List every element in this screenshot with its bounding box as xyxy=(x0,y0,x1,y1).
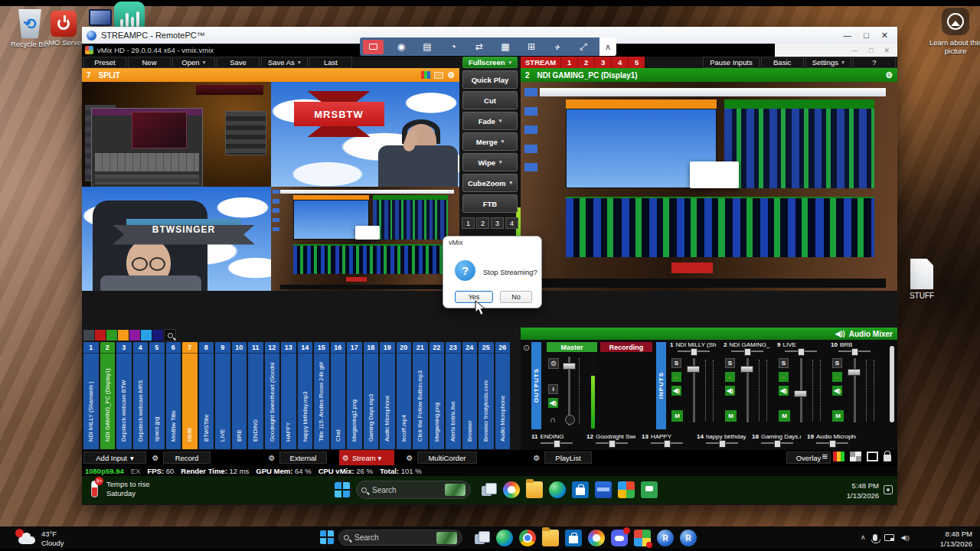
menu-save[interactable]: Save xyxy=(217,57,260,68)
teams-icon[interactable] xyxy=(641,481,658,498)
transition-quick-play[interactable]: Quick Play xyxy=(462,70,518,89)
color-swatch-5[interactable] xyxy=(129,330,140,341)
colorbars-icon[interactable] xyxy=(421,71,430,79)
mixer-channel-14[interactable]: 14happy birthday. xyxy=(697,433,747,448)
input-20[interactable]: 20tecdff.mp4 xyxy=(397,342,412,449)
mixer-scrollbar[interactable] xyxy=(890,346,894,422)
headphones-icon[interactable]: ∩ xyxy=(550,415,556,424)
stream-tab-3[interactable]: 3 xyxy=(594,57,611,68)
photos-icon[interactable] xyxy=(503,481,520,498)
pan-slider[interactable] xyxy=(785,350,817,352)
file-explorer-icon[interactable] xyxy=(526,481,543,498)
input-26[interactable]: 26Audio Microphone xyxy=(495,342,511,449)
input-9[interactable]: 9LIVE xyxy=(215,342,230,449)
input-10[interactable]: 10BRB xyxy=(232,342,247,449)
remote-weather-widget[interactable]: 9+ Temps to riseSaturday xyxy=(87,479,150,499)
input-12[interactable]: 12Goodnight Sweetheart (Goodni xyxy=(265,342,280,449)
channel-fader-thumb[interactable] xyxy=(794,390,807,397)
transition-wipe[interactable]: Wipe▾ xyxy=(462,153,518,171)
master-mute-button[interactable]: ◀) xyxy=(548,398,558,408)
channel-mute-button[interactable]: ◀) xyxy=(725,386,735,396)
pan-slider[interactable] xyxy=(761,442,793,444)
host-start-button[interactable] xyxy=(320,530,334,544)
transition-ftb[interactable]: FTB xyxy=(462,194,518,213)
transition-preset-4[interactable]: 4 xyxy=(505,217,518,229)
chevron-down-icon[interactable]: ▾ xyxy=(378,454,382,462)
input-22[interactable]: 22btwgaming.png xyxy=(430,342,445,449)
bus-send-button[interactable]: ← xyxy=(725,372,735,382)
pan-slider[interactable] xyxy=(706,442,738,444)
input-6[interactable]: 6MrsBtw Title xyxy=(166,342,181,449)
minimize-button[interactable]: — xyxy=(843,31,851,40)
notification-icon[interactable] xyxy=(884,485,893,494)
store-icon[interactable] xyxy=(565,530,582,546)
input-19[interactable]: 19Audio Microphone xyxy=(380,342,395,449)
master-send-button[interactable]: M xyxy=(832,410,844,422)
chevron-down-icon[interactable]: ▾ xyxy=(499,159,502,165)
audio-mixer-header[interactable]: ◀)) Audio Mixer xyxy=(521,328,897,340)
audio-bars-icon[interactable] xyxy=(833,452,844,461)
chevron-down-icon[interactable]: ▾ xyxy=(510,180,513,186)
input-8[interactable]: 8BTWSTitle xyxy=(199,342,214,449)
preview-monitor[interactable]: MRSBTW BTWSINGER xyxy=(82,82,459,291)
transition-merge[interactable]: Merge▾ xyxy=(462,132,518,151)
add-input-button[interactable]: Add Input▾ xyxy=(83,452,146,464)
color-swatch-1[interactable] xyxy=(83,330,94,341)
channel-fader-thumb[interactable] xyxy=(740,366,753,373)
task-view-icon[interactable] xyxy=(480,481,497,498)
mixer-channel-12[interactable]: 12Goodnight Swe xyxy=(586,433,637,448)
pan-slider[interactable] xyxy=(731,350,763,352)
master-send-button[interactable]: M xyxy=(725,410,737,422)
color-swatch-2[interactable] xyxy=(95,330,106,341)
input-24[interactable]: 24Browser xyxy=(462,342,478,449)
monitor-volume-knob[interactable] xyxy=(565,415,575,425)
multi-display-icon[interactable]: ⊞ xyxy=(518,37,544,56)
channel-mute-button[interactable]: ◀) xyxy=(832,386,842,396)
input-3[interactable]: 3Depstech webcam BTW xyxy=(116,342,132,449)
chevron-down-icon[interactable]: ▾ xyxy=(130,454,134,462)
mixer-channel-11[interactable]: 11ENDING xyxy=(531,433,582,448)
discord-icon[interactable] xyxy=(611,530,628,546)
channel-fader-thumb[interactable] xyxy=(848,369,861,376)
fullscreen-monitor-icon[interactable] xyxy=(867,452,878,461)
color-swatch-6[interactable] xyxy=(141,330,152,341)
input-25[interactable]: 25Browser frostytools.com xyxy=(479,342,494,449)
layout-grid-icon[interactable] xyxy=(850,452,861,461)
external-button[interactable]: External xyxy=(279,452,327,464)
color-swatch-7[interactable] xyxy=(152,330,163,341)
bus-send-button[interactable]: ← xyxy=(671,372,681,382)
transition-preset-1[interactable]: 1 xyxy=(462,217,475,229)
pan-slider[interactable] xyxy=(838,350,871,352)
close-button[interactable]: ✕ xyxy=(881,31,888,41)
edge-icon[interactable] xyxy=(496,530,513,546)
transition-preset-3[interactable]: 3 xyxy=(491,217,504,229)
yes-button[interactable]: Yes xyxy=(455,291,493,303)
program-settings-gear-icon[interactable]: ⚙ xyxy=(885,71,893,80)
multicorder-settings-gear-icon[interactable]: ⚙ xyxy=(403,452,416,464)
host-clock[interactable]: 8:48 PM 1/13/2026 xyxy=(940,530,972,549)
input-7[interactable]: 7btbtitl xyxy=(182,342,198,449)
view-eye-icon[interactable]: ◉ xyxy=(388,37,414,56)
app-grid-icon[interactable] xyxy=(634,530,651,546)
input-15[interactable]: 15Title 115- Andies Room 24h gt# xyxy=(314,342,329,449)
transition-fade[interactable]: Fade▾ xyxy=(462,112,518,130)
mixer-channel-19[interactable]: 19Audio Microphc xyxy=(807,433,858,448)
chevron-down-icon[interactable]: ▾ xyxy=(509,60,512,66)
color-swatch-4[interactable] xyxy=(118,330,129,341)
edge-icon[interactable] xyxy=(549,481,566,498)
pan-slider[interactable] xyxy=(541,442,573,444)
input-16[interactable]: 16Chat xyxy=(331,342,346,449)
screen-share-icon[interactable] xyxy=(363,40,384,54)
unlock-icon[interactable] xyxy=(884,455,891,461)
mixer-channel-13[interactable]: 13HAPPY xyxy=(642,433,692,448)
input-21[interactable]: 21Click the Follow Button.mp3 xyxy=(413,342,428,449)
master-send-button[interactable]: M xyxy=(671,410,683,422)
chevron-down-icon[interactable]: ▾ xyxy=(499,118,502,124)
volume-icon[interactable]: ◀)) xyxy=(901,534,910,541)
master-send-button[interactable]: M xyxy=(779,410,790,422)
chrome-icon[interactable] xyxy=(519,530,536,546)
store-icon[interactable] xyxy=(572,481,589,498)
apps-grid-icon[interactable]: ▦ xyxy=(492,37,518,56)
remotepc-icon[interactable] xyxy=(657,530,674,546)
solo-button[interactable]: S xyxy=(779,358,789,368)
